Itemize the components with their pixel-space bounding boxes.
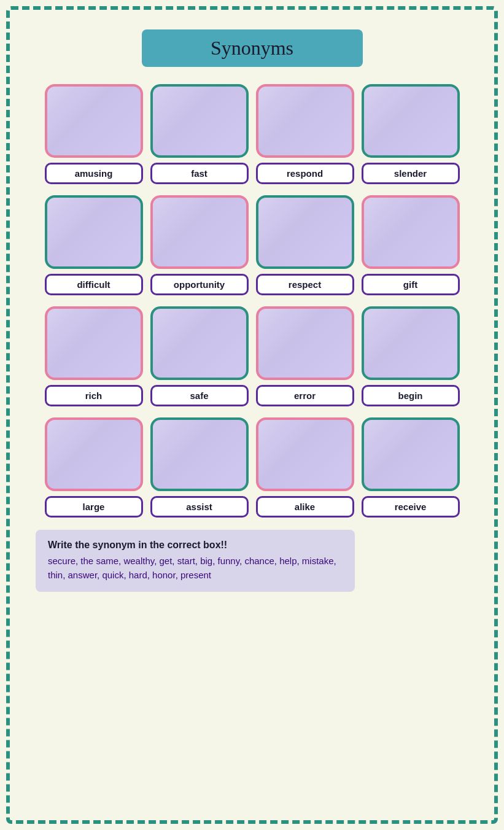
label-0-3: slender <box>362 163 460 184</box>
content-area: Synonyms amusingfastrespondslenderdiffic… <box>11 11 493 610</box>
label-2-3: begin <box>362 385 460 406</box>
page-title: Synonyms <box>179 37 326 60</box>
card-3-2[interactable] <box>256 417 354 491</box>
card-3-0[interactable] <box>45 417 143 491</box>
card-0-3[interactable] <box>362 84 460 158</box>
synonym-section-1: difficultopportunityrespectgift <box>36 195 468 295</box>
card-2-1[interactable] <box>150 306 249 380</box>
synonym-section-3: largeassistalikereceive <box>36 417 468 518</box>
label-row-2: richsafeerrorbegin <box>36 385 468 406</box>
label-2-1: safe <box>150 385 249 406</box>
label-2-0: rich <box>45 385 143 406</box>
card-3-3[interactable] <box>362 417 460 491</box>
card-1-0[interactable] <box>45 195 143 269</box>
label-1-1: opportunity <box>150 274 249 295</box>
label-3-3: receive <box>362 496 460 518</box>
label-row-0: amusingfastrespondslender <box>36 163 468 184</box>
label-row-1: difficultopportunityrespectgift <box>36 274 468 295</box>
card-1-3[interactable] <box>362 195 460 269</box>
card-0-2[interactable] <box>256 84 354 158</box>
instructions-box: Write the synonym in the correct box!! s… <box>36 530 355 592</box>
label-1-3: gift <box>362 274 460 295</box>
card-1-2[interactable] <box>256 195 354 269</box>
page-wrapper: Synonyms amusingfastrespondslenderdiffic… <box>0 0 504 830</box>
card-row-2 <box>36 306 468 380</box>
label-1-0: difficult <box>45 274 143 295</box>
card-0-0[interactable] <box>45 84 143 158</box>
synonym-section-0: amusingfastrespondslender <box>36 84 468 184</box>
label-1-2: respect <box>256 274 354 295</box>
label-3-2: alike <box>256 496 354 518</box>
instructions-body: secure, the same, wealthy, get, start, b… <box>48 554 343 582</box>
label-row-3: largeassistalikereceive <box>36 496 468 518</box>
card-row-0 <box>36 84 468 158</box>
card-3-1[interactable] <box>150 417 249 491</box>
card-row-1 <box>36 195 468 269</box>
label-3-1: assist <box>150 496 249 518</box>
label-3-0: large <box>45 496 143 518</box>
label-2-2: error <box>256 385 354 406</box>
rows-container: amusingfastrespondslenderdifficultopport… <box>36 84 468 518</box>
title-box: Synonyms <box>142 29 363 67</box>
card-2-2[interactable] <box>256 306 354 380</box>
label-0-1: fast <box>150 163 249 184</box>
instructions-title: Write the synonym in the correct box!! <box>48 540 343 551</box>
card-2-3[interactable] <box>362 306 460 380</box>
label-0-0: amusing <box>45 163 143 184</box>
card-row-3 <box>36 417 468 491</box>
card-0-1[interactable] <box>150 84 249 158</box>
label-0-2: respond <box>256 163 354 184</box>
synonym-section-2: richsafeerrorbegin <box>36 306 468 406</box>
card-2-0[interactable] <box>45 306 143 380</box>
card-1-1[interactable] <box>150 195 249 269</box>
